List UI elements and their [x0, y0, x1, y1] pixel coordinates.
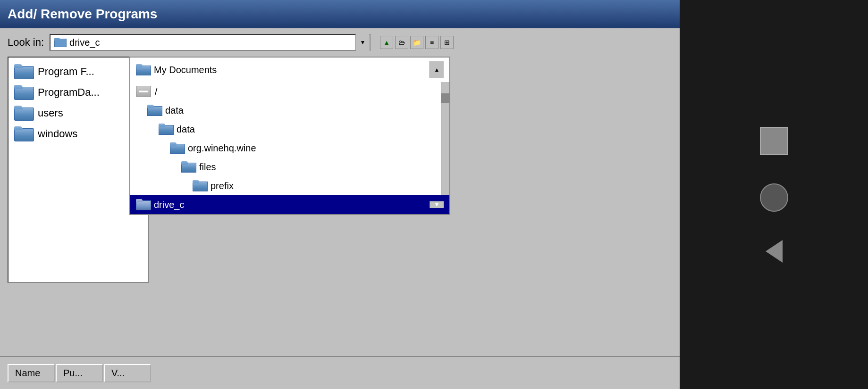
- scroll-up-button[interactable]: ▲: [430, 61, 444, 78]
- folder-icon: [181, 161, 195, 173]
- list-item[interactable]: users: [12, 103, 144, 124]
- folder-icon: [170, 142, 184, 154]
- drive-icon: [136, 86, 151, 97]
- dropdown-list-items: / data data org.winehq.: [130, 82, 441, 195]
- dropdown-selected-item[interactable]: drive_c ▼: [130, 195, 449, 214]
- dropdown-item-prefix[interactable]: prefix: [130, 176, 441, 195]
- list-view-icon[interactable]: ≡: [425, 36, 438, 49]
- list-item[interactable]: windows: [12, 124, 144, 144]
- up-arrow-icon[interactable]: ▲: [380, 36, 393, 49]
- lookin-dropdown-button[interactable]: ▼: [355, 34, 370, 51]
- dropdown-list-container: / data data org.winehq.: [130, 82, 449, 195]
- lookin-combo[interactable]: drive_c ▼: [50, 34, 371, 51]
- dropdown-scrollbar[interactable]: [441, 82, 449, 195]
- item-name: ProgramDa...: [38, 86, 100, 99]
- item-label: drive_c: [154, 199, 426, 210]
- column-header-name[interactable]: Name: [8, 364, 55, 382]
- item-label: data: [177, 124, 195, 135]
- dropdown-item-files[interactable]: files: [130, 157, 441, 176]
- content-area: Program F... ProgramDa... users windows …: [8, 57, 672, 283]
- dialog-title: Add/ Remove Programs: [8, 7, 157, 22]
- folder-icon: [14, 106, 33, 121]
- dropdown-overlay: My Documents ▲ / data: [129, 57, 450, 215]
- scroll-down-button[interactable]: ▼: [430, 201, 444, 208]
- dialog-body: Look in: drive_c ▼ ▲ 🗁 📁 ≡ ⊞ Program F..…: [0, 28, 680, 389]
- folder-icon: [136, 199, 150, 210]
- lookin-folder-name: drive_c: [69, 37, 100, 48]
- folder-icon: [14, 64, 33, 79]
- right-circle-button[interactable]: [760, 183, 788, 212]
- bottom-bar: Name Pu... V...: [0, 356, 680, 389]
- dropdown-item-winehq[interactable]: org.winehq.wine: [130, 139, 441, 157]
- list-item[interactable]: ProgramDa...: [12, 82, 144, 103]
- item-name: users: [38, 107, 63, 119]
- item-label: files: [199, 162, 216, 173]
- dropdown-item-root[interactable]: /: [130, 82, 441, 101]
- column-header-version[interactable]: V...: [104, 364, 151, 382]
- item-label: prefix: [211, 181, 234, 191]
- item-label: data: [165, 105, 184, 116]
- item-label: /: [155, 86, 158, 97]
- dropdown-item-data1[interactable]: data: [130, 101, 441, 120]
- toolbar-icons: ▲ 🗁 📁 ≡ ⊞: [380, 36, 454, 49]
- item-label: org.winehq.wine: [188, 143, 256, 154]
- new-folder-icon[interactable]: 📁: [410, 36, 423, 49]
- file-list: Program F... ProgramDa... users windows: [8, 57, 149, 283]
- folder-icon: [14, 85, 33, 100]
- lookin-label: Look in:: [8, 36, 44, 49]
- folder-icon: [136, 64, 150, 75]
- folder-icon: [14, 126, 33, 141]
- right-controls: [680, 0, 868, 389]
- folder-icon: [159, 124, 173, 135]
- dropdown-item-mydocs[interactable]: My Documents ▲: [130, 58, 449, 82]
- folder-icon: [193, 180, 207, 191]
- column-header-publisher[interactable]: Pu...: [56, 364, 103, 382]
- folder-icon: [54, 38, 66, 47]
- folder-icon: [147, 105, 161, 116]
- scroll-thumb[interactable]: [441, 93, 449, 103]
- detail-view-icon[interactable]: ⊞: [440, 36, 454, 49]
- right-back-button[interactable]: [766, 240, 783, 263]
- item-label: My Documents: [154, 65, 217, 75]
- list-item[interactable]: Program F...: [12, 61, 144, 82]
- right-square-button[interactable]: [760, 127, 788, 155]
- item-name: Program F...: [38, 66, 94, 78]
- parent-folder-icon[interactable]: 🗁: [395, 36, 408, 49]
- item-name: windows: [38, 128, 77, 140]
- lookin-folder-display: drive_c: [51, 37, 355, 48]
- lookin-row: Look in: drive_c ▼ ▲ 🗁 📁 ≡ ⊞: [0, 28, 680, 57]
- dropdown-item-data2[interactable]: data: [130, 120, 441, 139]
